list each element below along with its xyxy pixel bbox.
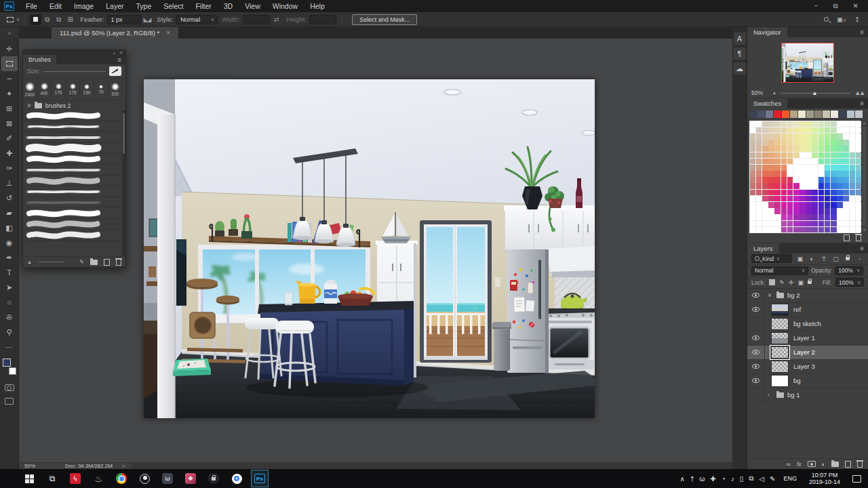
- swatch[interactable]: [774, 127, 781, 134]
- swatch[interactable]: [781, 140, 787, 146]
- brush-preset[interactable]: [24, 143, 125, 154]
- swatch[interactable]: [812, 190, 818, 196]
- swatch[interactable]: [856, 127, 862, 134]
- eraser-tool[interactable]: ▰: [1, 205, 18, 220]
- swatch[interactable]: [812, 159, 818, 165]
- swatch[interactable]: [750, 177, 756, 183]
- taskbar-obs[interactable]: [136, 470, 153, 487]
- swatch[interactable]: [800, 190, 806, 196]
- filter-toggle-icon[interactable]: ◦: [855, 256, 864, 262]
- swatch[interactable]: [831, 190, 837, 196]
- swatch[interactable]: [825, 183, 831, 189]
- tray-discord-tray-icon[interactable]: ω: [699, 475, 705, 483]
- navigator-zoom-value[interactable]: 50%: [751, 89, 763, 96]
- swatch[interactable]: [768, 121, 774, 127]
- swatch[interactable]: [793, 146, 800, 152]
- swatch[interactable]: [850, 190, 856, 196]
- workspace-switcher[interactable]: ▣∨: [837, 16, 846, 23]
- swatch[interactable]: [806, 221, 812, 227]
- swatch[interactable]: [768, 177, 774, 183]
- recent-brush[interactable]: 2400: [23, 79, 37, 100]
- footer-slider[interactable]: [39, 262, 64, 262]
- taskbar-start[interactable]: [20, 470, 38, 487]
- swatch[interactable]: [812, 134, 818, 140]
- swatch[interactable]: [756, 214, 762, 220]
- swatch[interactable]: [856, 221, 862, 227]
- swatch[interactable]: [762, 208, 768, 214]
- swatch[interactable]: [793, 134, 800, 140]
- filter-pixel-layers-icon[interactable]: ▣: [795, 256, 804, 262]
- swatch[interactable]: [800, 227, 806, 233]
- swatch[interactable]: [818, 190, 825, 196]
- quick-selection-tool[interactable]: ✦: [1, 86, 18, 101]
- layer-row[interactable]: ref: [747, 303, 868, 317]
- swatch[interactable]: [806, 202, 812, 208]
- lock-artboard-icon[interactable]: ▣: [797, 279, 804, 286]
- brushes-tab[interactable]: Brushes: [23, 55, 56, 64]
- status-chevron-icon[interactable]: >: [122, 463, 125, 469]
- swatch[interactable]: [812, 202, 818, 208]
- layer-row[interactable]: bg sketch: [747, 317, 868, 331]
- swatch[interactable]: [774, 134, 781, 140]
- paragraph-panel-icon[interactable]: ¶: [734, 47, 746, 60]
- swatch[interactable]: [825, 208, 831, 214]
- swatch[interactable]: [787, 165, 793, 171]
- toolbar-collapse[interactable]: »: [0, 27, 19, 39]
- brush-size-slider[interactable]: [43, 71, 106, 72]
- swatch[interactable]: [787, 159, 793, 165]
- swatch[interactable]: [787, 152, 793, 159]
- swatch[interactable]: [800, 121, 806, 127]
- swatch[interactable]: [756, 171, 762, 177]
- filter-shape-layers-icon[interactable]: ▢: [831, 256, 840, 262]
- taskbar-privacy[interactable]: [205, 470, 222, 487]
- brush-group-row[interactable]: ∨ brushes 2: [23, 100, 125, 110]
- swatches-tab[interactable]: Swatches: [747, 98, 787, 108]
- brush-tool[interactable]: ✑: [1, 161, 18, 176]
- swatch[interactable]: [774, 183, 781, 189]
- swatch[interactable]: [825, 214, 831, 220]
- menu-filter[interactable]: Filter: [189, 2, 217, 10]
- visibility-toggle[interactable]: [747, 346, 765, 359]
- lock-paint-icon[interactable]: ✎: [779, 279, 785, 286]
- collapse-panel-icon[interactable]: «: [113, 51, 115, 55]
- swatch[interactable]: [793, 165, 800, 171]
- swatch[interactable]: [806, 146, 812, 152]
- tray-display-icon[interactable]: ⧉: [749, 474, 753, 483]
- swatch[interactable]: [787, 140, 793, 146]
- swatch[interactable]: [814, 110, 822, 118]
- swatch[interactable]: [762, 202, 768, 208]
- swatch[interactable]: [837, 159, 843, 165]
- swatch[interactable]: [856, 134, 862, 140]
- swatch[interactable]: [825, 165, 831, 171]
- swatch[interactable]: [850, 171, 856, 177]
- layer-row[interactable]: bg: [747, 374, 868, 388]
- swatch[interactable]: [781, 177, 787, 183]
- zoom-slider[interactable]: ▲: [781, 93, 850, 94]
- swatch[interactable]: [787, 202, 793, 208]
- swatch[interactable]: [756, 208, 762, 214]
- swatch[interactable]: [756, 196, 762, 202]
- swatch[interactable]: [756, 152, 762, 159]
- swatch[interactable]: [831, 202, 837, 208]
- swatch[interactable]: [856, 140, 862, 146]
- swatch[interactable]: [793, 152, 800, 159]
- crop-tool[interactable]: ⊞: [1, 101, 18, 116]
- layer-thumbnail[interactable]: [771, 375, 789, 387]
- swatch[interactable]: [806, 159, 812, 165]
- swatch[interactable]: [768, 146, 774, 152]
- swatch[interactable]: [843, 171, 849, 177]
- swatch[interactable]: [781, 221, 787, 227]
- menu-file[interactable]: File: [20, 2, 43, 10]
- brush-preset[interactable]: [24, 219, 125, 230]
- swatch[interactable]: [837, 196, 843, 202]
- swatch[interactable]: [837, 227, 843, 233]
- menu-image[interactable]: Image: [68, 2, 100, 10]
- menu-3d[interactable]: 3D: [218, 2, 239, 10]
- swatch[interactable]: [856, 146, 862, 152]
- visibility-toggle[interactable]: [747, 360, 765, 373]
- tray-hidden-icons-icon[interactable]: ∧: [680, 475, 685, 483]
- panel-menu-icon[interactable]: ≡: [860, 243, 868, 253]
- swatch[interactable]: [774, 140, 781, 146]
- swatch[interactable]: [812, 127, 818, 134]
- swatch[interactable]: [762, 152, 768, 159]
